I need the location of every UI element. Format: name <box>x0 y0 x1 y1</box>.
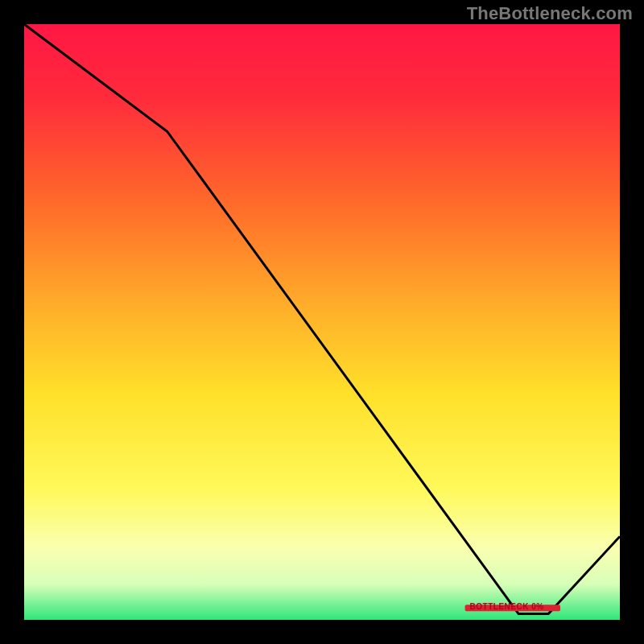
chart-frame: TheBottleneck.com BOTTLENECK 0% <box>0 0 644 644</box>
plot-area: BOTTLENECK 0% <box>24 24 620 620</box>
bottleneck-label: BOTTLENECK 0% <box>470 602 544 611</box>
chart-svg <box>24 24 620 620</box>
gradient-background <box>24 24 620 620</box>
watermark-text: TheBottleneck.com <box>467 3 633 24</box>
